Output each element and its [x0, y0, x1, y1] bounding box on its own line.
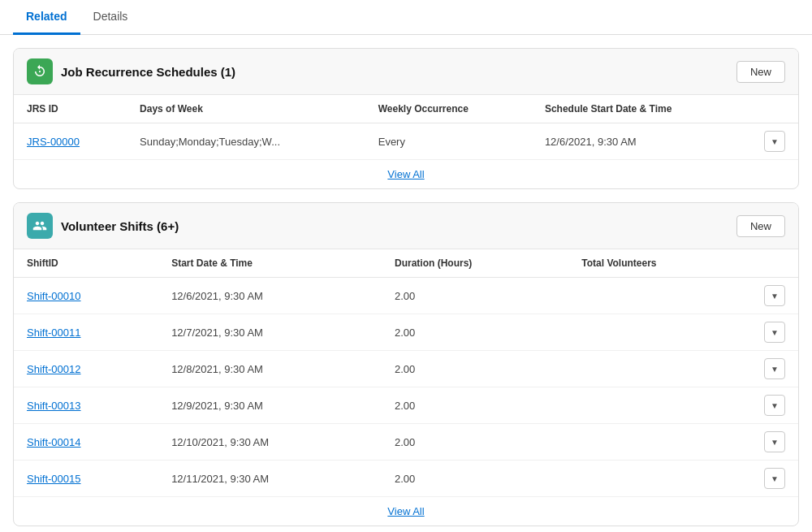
shift-start-cell-3: 12/9/2021, 9:30 AM: [158, 387, 382, 424]
shift-duration-cell-5: 2.00: [382, 461, 568, 497]
volunteer-shifts-new-button[interactable]: New: [736, 215, 785, 237]
col-jrs-id: JRS ID: [14, 95, 127, 123]
job-recurrence-tbody: JRS-00000 Sunday;Monday;Tuesday;W... Eve…: [14, 123, 798, 189]
shift-id-cell-3: Shift-00013: [14, 387, 158, 424]
shift-volunteers-cell-3: [568, 387, 751, 424]
col-weekly-occurrence: Weekly Occurrence: [365, 95, 532, 123]
job-recurrence-title: Job Recurrence Schedules (1): [61, 65, 235, 79]
shift-action-cell-2: ▼: [751, 351, 798, 387]
job-recurrence-new-button[interactable]: New: [736, 61, 785, 83]
jrs-row-dropdown-button[interactable]: ▼: [764, 131, 785, 152]
col-action-jrs: [751, 95, 798, 123]
shift-id-cell-1: Shift-00011: [14, 314, 158, 351]
shift-id-link-1[interactable]: Shift-00011: [27, 327, 81, 339]
job-recurrence-header: Job Recurrence Schedules (1) New: [14, 49, 798, 95]
job-recurrence-table: JRS ID Days of Week Weekly Occurrence Sc…: [14, 95, 798, 188]
shift-id-cell-0: Shift-00010: [14, 278, 158, 314]
volunteer-shifts-header-row: ShiftID Start Date & Time Duration (Hour…: [14, 249, 798, 278]
job-recurrence-header-left: Job Recurrence Schedules (1): [27, 58, 235, 84]
shift-action-cell-1: ▼: [751, 314, 798, 351]
volunteer-shifts-thead: ShiftID Start Date & Time Duration (Hour…: [14, 249, 798, 278]
col-days-of-week: Days of Week: [127, 95, 365, 123]
svg-point-0: [39, 71, 41, 72]
shift-row-dropdown-button-5[interactable]: ▼: [764, 468, 785, 489]
shift-duration-cell-2: 2.00: [382, 351, 568, 387]
col-shift-id: ShiftID: [14, 249, 158, 278]
shift-id-link-4[interactable]: Shift-00014: [27, 436, 81, 448]
shift-start-cell-4: 12/10/2021, 9:30 AM: [158, 424, 382, 461]
shift-id-link-3[interactable]: Shift-00013: [27, 400, 81, 412]
shift-volunteers-cell-5: [568, 461, 751, 497]
volunteer-shifts-table: ShiftID Start Date & Time Duration (Hour…: [14, 249, 798, 526]
shifts-svg: [32, 218, 47, 233]
volunteer-shifts-header: Volunteer Shifts (6+) New: [14, 203, 798, 249]
job-recurrence-view-all-cell: View All: [14, 160, 798, 189]
shift-action-cell-5: ▼: [751, 461, 798, 497]
shifts-icon: [27, 213, 53, 239]
shift-volunteers-cell-0: [568, 278, 751, 314]
job-recurrence-view-all-link[interactable]: View All: [387, 168, 424, 180]
jrs-id-link[interactable]: JRS-00000: [27, 136, 80, 148]
shift-start-cell-0: 12/6/2021, 9:30 AM: [158, 278, 382, 314]
shift-action-cell-3: ▼: [751, 387, 798, 424]
days-of-week-cell: Sunday;Monday;Tuesday;W...: [127, 123, 365, 160]
shift-id-cell-4: Shift-00014: [14, 424, 158, 461]
volunteer-shifts-title: Volunteer Shifts (6+): [61, 219, 179, 233]
volunteer-shifts-view-all-cell: View All: [14, 497, 798, 526]
shift-row-dropdown-button-0[interactable]: ▼: [764, 285, 785, 306]
table-row: JRS-00000 Sunday;Monday;Tuesday;W... Eve…: [14, 123, 798, 160]
tabs-bar: Related Details: [0, 0, 812, 35]
shift-id-link-0[interactable]: Shift-00010: [27, 290, 81, 302]
shift-id-link-2[interactable]: Shift-00012: [27, 363, 81, 375]
shift-start-cell-2: 12/8/2021, 9:30 AM: [158, 351, 382, 387]
shift-action-cell-0: ▼: [751, 278, 798, 314]
col-schedule-start: Schedule Start Date & Time: [532, 95, 751, 123]
shift-id-cell-2: Shift-00012: [14, 351, 158, 387]
tab-related[interactable]: Related: [13, 0, 80, 35]
shift-id-cell-5: Shift-00015: [14, 461, 158, 497]
shift-start-cell-5: 12/11/2021, 9:30 AM: [158, 461, 382, 497]
tab-details[interactable]: Details: [80, 0, 141, 35]
volunteer-shifts-header-left: Volunteer Shifts (6+): [27, 213, 179, 239]
col-total-volunteers: Total Volunteers: [568, 249, 751, 278]
jrs-id-cell: JRS-00000: [14, 123, 127, 160]
table-row: Shift-00014 12/10/2021, 9:30 AM 2.00 ▼: [14, 424, 798, 461]
schedule-start-cell: 12/6/2021, 9:30 AM: [532, 123, 751, 160]
table-row: Shift-00011 12/7/2021, 9:30 AM 2.00 ▼: [14, 314, 798, 351]
volunteer-shifts-card: Volunteer Shifts (6+) New ShiftID Start …: [13, 202, 799, 526]
shift-row-dropdown-button-1[interactable]: ▼: [764, 322, 785, 343]
shift-duration-cell-0: 2.00: [382, 278, 568, 314]
table-row: Shift-00010 12/6/2021, 9:30 AM 2.00 ▼: [14, 278, 798, 314]
shift-row-dropdown-button-3[interactable]: ▼: [764, 395, 785, 416]
shift-volunteers-cell-4: [568, 424, 751, 461]
table-row: Shift-00013 12/9/2021, 9:30 AM 2.00 ▼: [14, 387, 798, 424]
shift-id-link-5[interactable]: Shift-00015: [27, 473, 81, 485]
job-recurrence-thead: JRS ID Days of Week Weekly Occurrence Sc…: [14, 95, 798, 123]
volunteer-shifts-view-all-link[interactable]: View All: [387, 505, 424, 517]
volunteer-shifts-tbody: Shift-00010 12/6/2021, 9:30 AM 2.00 ▼ Sh…: [14, 278, 798, 526]
shift-start-cell-1: 12/7/2021, 9:30 AM: [158, 314, 382, 351]
shift-row-dropdown-button-2[interactable]: ▼: [764, 358, 785, 379]
shift-duration-cell-1: 2.00: [382, 314, 568, 351]
job-recurrence-view-all-row: View All: [14, 160, 798, 189]
col-action-shift: [751, 249, 798, 278]
recurrence-svg: [32, 64, 47, 79]
shift-volunteers-cell-2: [568, 351, 751, 387]
col-duration: Duration (Hours): [382, 249, 568, 278]
table-row: Shift-00015 12/11/2021, 9:30 AM 2.00 ▼: [14, 461, 798, 497]
table-row: Shift-00012 12/8/2021, 9:30 AM 2.00 ▼: [14, 351, 798, 387]
shift-action-cell-4: ▼: [751, 424, 798, 461]
col-start-datetime: Start Date & Time: [158, 249, 382, 278]
job-recurrence-header-row: JRS ID Days of Week Weekly Occurrence Sc…: [14, 95, 798, 123]
shift-duration-cell-3: 2.00: [382, 387, 568, 424]
jrs-row-action-cell: ▼: [751, 123, 798, 160]
weekly-occurrence-cell: Every: [365, 123, 532, 160]
volunteer-shifts-view-all-row: View All: [14, 497, 798, 526]
job-recurrence-card: Job Recurrence Schedules (1) New JRS ID …: [13, 48, 799, 189]
shift-volunteers-cell-1: [568, 314, 751, 351]
shift-duration-cell-4: 2.00: [382, 424, 568, 461]
main-content: Job Recurrence Schedules (1) New JRS ID …: [0, 35, 812, 532]
shift-row-dropdown-button-4[interactable]: ▼: [764, 431, 785, 452]
recurrence-icon: [27, 58, 53, 84]
